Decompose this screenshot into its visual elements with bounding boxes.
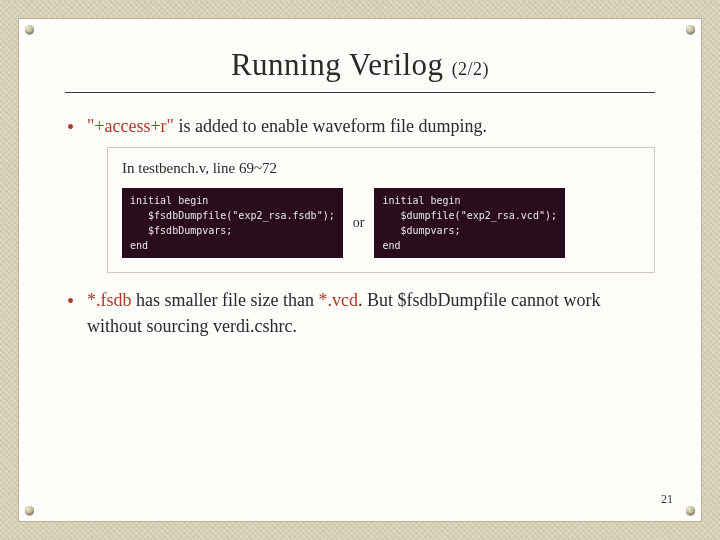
bullet-list: "+access+r" is added to enable waveform … — [65, 113, 655, 339]
bullet-1: "+access+r" is added to enable waveform … — [65, 113, 655, 273]
title-wrap: Running Verilog (2/2) — [65, 47, 655, 83]
corner-stud-br — [686, 506, 695, 515]
bullet-2-part-0: *.fsdb — [87, 290, 132, 310]
corner-stud-tl — [25, 25, 34, 34]
bullet-2-part-2: *.vcd — [318, 290, 358, 310]
title-rule — [65, 92, 655, 93]
bullet-2: *.fsdb has smaller file size than *.vcd.… — [65, 287, 655, 339]
code-box-title: In testbench.v, line 69~72 — [122, 158, 640, 180]
bullet-1-rest: is added to enable waveform file dumping… — [174, 116, 487, 136]
code-right: initial begin $dumpfile("exp2_rsa.vcd");… — [374, 188, 565, 258]
code-left: initial begin $fsdbDumpfile("exp2_rsa.fs… — [122, 188, 343, 258]
slide: Running Verilog (2/2) "+access+r" is add… — [18, 18, 702, 522]
bullet-1-option: "+access+r" — [87, 116, 174, 136]
code-box: In testbench.v, line 69~72 initial begin… — [107, 147, 655, 273]
page-number: 21 — [661, 492, 673, 507]
bullet-2-part-1: has smaller file size than — [132, 290, 319, 310]
code-row: initial begin $fsdbDumpfile("exp2_rsa.fs… — [122, 188, 640, 258]
slide-title: Running Verilog — [231, 47, 444, 82]
slide-title-suffix: (2/2) — [452, 59, 490, 79]
or-label: or — [353, 213, 365, 233]
corner-stud-tr — [686, 25, 695, 34]
corner-stud-bl — [25, 506, 34, 515]
